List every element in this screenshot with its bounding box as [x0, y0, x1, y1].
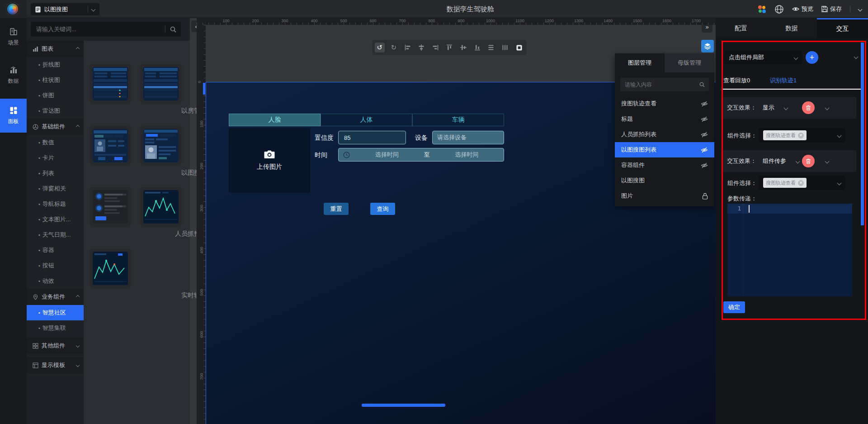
time-range-picker[interactable]: 选择时间 至 选择时间 [338, 148, 504, 162]
chevron-down-icon[interactable] [796, 159, 800, 163]
confidence-input[interactable]: 85 [338, 131, 406, 144]
search-icon[interactable] [699, 82, 709, 87]
category-header-business[interactable]: 业务组件 [27, 289, 84, 305]
component-select-1[interactable]: 搜图轨迹查看 ✕ [759, 128, 845, 143]
category-item-popup[interactable]: 弹窗相关 [27, 181, 84, 196]
category-item-number[interactable]: 数值 [27, 135, 84, 150]
reset-button[interactable]: 重置 [324, 203, 349, 215]
category-item-card[interactable]: 卡片 [27, 150, 84, 166]
search-icon[interactable] [165, 26, 181, 33]
eye-off-icon[interactable] [701, 162, 708, 168]
align-right-icon[interactable] [430, 43, 440, 52]
tab-config[interactable]: 配置 [716, 18, 766, 38]
query-button[interactable]: 查询 [370, 203, 395, 215]
remove-tag-icon[interactable]: ✕ [798, 180, 804, 186]
category-item-line-chart[interactable]: 折线图 [27, 57, 84, 72]
globe-icon[interactable] [774, 5, 784, 14]
component-thumb-house-manage[interactable] [90, 64, 131, 104]
collapse-effect-icon[interactable] [825, 105, 830, 110]
layer-row-image-search[interactable]: 以图搜图 [615, 173, 714, 188]
component-thumb-image-search-list[interactable] [140, 126, 182, 166]
delete-effect-button[interactable] [802, 155, 815, 167]
tab-layer-management[interactable]: 图层管理 [615, 53, 665, 72]
align-top-icon[interactable] [444, 43, 454, 52]
event-tab-recognize-trace[interactable]: 识别轨迹1 [770, 76, 797, 85]
chevron-down-icon[interactable] [91, 7, 96, 12]
layer-row-container[interactable]: 容器组件 [615, 157, 714, 173]
form-tab-vehicle[interactable]: 车辆 [412, 114, 504, 126]
eye-off-icon[interactable] [701, 132, 708, 138]
component-thumb-flood-wall[interactable] [140, 64, 182, 104]
category-item-button[interactable]: 按钮 [27, 258, 84, 273]
preview-button[interactable]: 预览 [792, 5, 813, 13]
align-left-icon[interactable] [403, 43, 413, 52]
effect-value-select[interactable]: 显示 [763, 104, 774, 112]
distribute-vertical-icon[interactable] [486, 43, 496, 52]
category-item-list[interactable]: 列表 [27, 166, 84, 181]
upload-image-dropzone[interactable]: 上传图片 [229, 128, 310, 193]
tab-master-management[interactable]: 母版管理 [665, 53, 714, 72]
effect-value-select[interactable]: 组件传参 [763, 157, 786, 165]
save-button[interactable]: 保存 [821, 5, 842, 13]
redo-icon[interactable]: ↻ [389, 43, 399, 52]
category-header-templates[interactable]: 显示模板 [27, 357, 84, 373]
lock-icon[interactable] [702, 193, 708, 200]
category-item-weather-date[interactable]: 天气日期... [27, 227, 84, 243]
eye-off-icon[interactable] [701, 101, 708, 107]
config-panel-scrollbar[interactable] [861, 43, 864, 225]
canvas-horizontal-scrollbar[interactable] [362, 404, 445, 407]
nav-item-panel[interactable]: 面板 [0, 99, 27, 133]
project-selector[interactable]: 以图搜图 [31, 3, 99, 15]
layers-search[interactable] [620, 78, 709, 91]
category-item-nav-title[interactable]: 导航标题 [27, 196, 84, 212]
align-center-horizontal-icon[interactable] [416, 43, 426, 52]
category-item-radar-chart[interactable]: 雷达图 [27, 103, 84, 119]
layer-row-image[interactable]: 图片 [615, 188, 714, 204]
eye-off-icon[interactable] [701, 147, 708, 153]
layer-row-title[interactable]: 标题 [615, 111, 714, 127]
device-select[interactable]: 请选择设备 [432, 131, 504, 144]
chevron-down-icon[interactable] [858, 7, 863, 11]
category-header-other[interactable]: 其他组件 [27, 338, 84, 354]
category-item-container[interactable]: 容器 [27, 243, 84, 258]
collapse-effect-icon[interactable] [825, 159, 830, 163]
category-item-animation[interactable]: 动效 [27, 273, 84, 289]
form-tab-face[interactable]: 人脸 [229, 114, 321, 126]
tab-interaction[interactable]: 交互 [817, 18, 868, 38]
form-tab-body[interactable]: 人体 [321, 114, 412, 126]
add-interaction-button[interactable]: + [806, 51, 818, 64]
align-middle-icon[interactable] [458, 43, 468, 52]
library-search-input[interactable] [31, 26, 165, 33]
tab-data[interactable]: 数据 [766, 18, 817, 38]
layer-row-search-trace-view[interactable]: 搜图轨迹查看 [615, 96, 714, 111]
component-thumb-capture-list[interactable] [90, 187, 131, 227]
category-item-bar-chart[interactable]: 柱状图 [27, 72, 84, 88]
confirm-button[interactable]: 确定 [723, 301, 745, 313]
layer-row-capture-list[interactable]: 人员抓拍列表 [615, 127, 714, 142]
params-code-editor[interactable]: 1 [727, 204, 852, 296]
chevron-down-icon[interactable] [784, 105, 788, 110]
theme-colors-icon[interactable] [757, 5, 766, 14]
category-header-basic[interactable]: 基础组件 [27, 119, 84, 135]
category-header-charts[interactable]: 图表 [27, 41, 84, 57]
category-item-pie-chart[interactable]: 饼图 [27, 88, 84, 103]
component-select-2[interactable]: 搜图轨迹查看 ✕ [759, 176, 845, 190]
distribute-horizontal-icon[interactable] [500, 43, 510, 52]
group-icon[interactable] [514, 43, 524, 52]
library-search[interactable] [31, 22, 181, 37]
component-thumb-search-trace[interactable] [140, 187, 182, 227]
component-thumb-image-search[interactable] [90, 126, 131, 166]
eye-off-icon[interactable] [701, 116, 708, 122]
component-thumb-realtime-trace[interactable] [90, 248, 131, 288]
trigger-type-select[interactable]: 点击组件局部 [724, 51, 802, 64]
delete-effect-button[interactable] [802, 101, 815, 114]
category-item-smart-community[interactable]: 智慧社区 [27, 305, 84, 320]
nav-item-data[interactable]: 数据 [0, 60, 27, 91]
event-tab-playback[interactable]: 查看回放0 [723, 76, 750, 85]
layers-toggle-button[interactable] [701, 40, 714, 52]
category-item-text-image[interactable]: 文本图片... [27, 212, 84, 227]
remove-tag-icon[interactable]: ✕ [798, 133, 804, 138]
undo-icon[interactable]: ↺ [375, 43, 385, 52]
category-item-smart-link[interactable]: 智慧集联 [27, 320, 84, 336]
align-bottom-icon[interactable] [472, 43, 482, 52]
